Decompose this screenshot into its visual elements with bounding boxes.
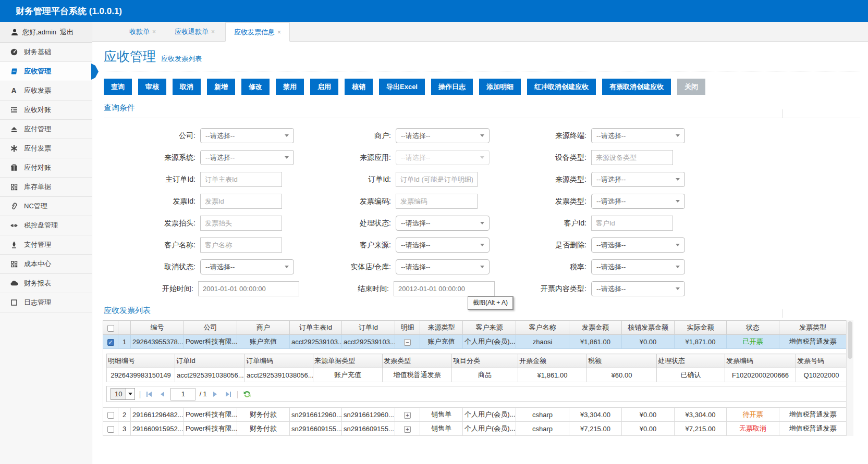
row-checkbox[interactable] [107, 426, 114, 433]
merchant-select[interactable]: --请选择-- [396, 128, 490, 143]
sidebar-item-nc-mgmt[interactable]: NC管理 [0, 197, 92, 216]
prev-page-button[interactable] [157, 390, 167, 399]
device-type-input[interactable] [591, 150, 673, 165]
cancel-button[interactable]: 取消 [173, 79, 201, 95]
red-cancel-create-button[interactable]: 红冲取消创建应收 [527, 79, 596, 95]
tab-receivable-invoice-info[interactable]: 应收发票信息 × [225, 22, 290, 42]
sidebar-item-label: 财务基础 [24, 47, 51, 57]
sidebar-item-label: 库存单据 [24, 182, 51, 192]
field-label: 开票内容类型: [495, 284, 591, 294]
sidebar-item-log-mgmt[interactable]: 日志管理 [0, 293, 92, 312]
row-checkbox[interactable] [107, 412, 114, 419]
close-button[interactable]: 关闭 [677, 79, 705, 95]
sidebar-item-label: 支付管理 [24, 240, 51, 249]
table-row[interactable]: 1 292643955378... Power科技有限... 账户充值 acct… [103, 335, 847, 349]
col-invoice-amount: 发票金额 [569, 321, 622, 335]
chevron-down-icon [285, 266, 289, 268]
close-tab-icon[interactable]: × [277, 29, 281, 36]
sidebar-item-payable-reconcile[interactable]: 应付对账 [0, 158, 92, 178]
invoice-content-type-select[interactable]: --请选择-- [591, 281, 685, 296]
invoice-title-input[interactable] [200, 216, 282, 231]
writeoff-button[interactable]: 核销 [345, 79, 373, 95]
tab-receipt[interactable]: 收款单 × [121, 22, 164, 41]
enable-button[interactable]: 启用 [310, 79, 338, 95]
invoiced-cancel-create-button[interactable]: 有票取消创建应收 [602, 79, 671, 95]
row-checkbox[interactable] [107, 339, 114, 346]
last-page-button[interactable] [224, 390, 233, 399]
store-warehouse-select[interactable]: --请选择-- [396, 259, 490, 274]
chevron-down-icon [480, 266, 484, 268]
status-badge: 待开票 [727, 408, 779, 422]
detail-pagination: 10 | / 1 | [106, 386, 847, 402]
modify-button[interactable]: 修改 [241, 79, 270, 95]
divider: | [139, 390, 141, 398]
process-status-select[interactable]: --请选择-- [396, 216, 490, 231]
expand-detail-icon[interactable]: + [404, 412, 411, 419]
field-label: 主订单Id: [104, 175, 200, 184]
company-select[interactable]: --请选择-- [200, 128, 294, 143]
invoice-id-input[interactable] [200, 194, 282, 209]
sidebar-item-label: NC管理 [24, 202, 47, 211]
table-row[interactable]: 2 291661296482... Power科技有限... 财务付款 sn29… [103, 408, 847, 422]
query-button[interactable]: 查询 [104, 79, 132, 95]
invoice-code-input[interactable] [396, 194, 478, 209]
close-tab-icon[interactable]: × [152, 28, 156, 35]
end-time-input[interactable] [394, 281, 495, 296]
sidebar-item-payable-invoice[interactable]: 应付发票 [0, 139, 92, 158]
customer-source-select[interactable]: --请选择-- [396, 237, 490, 253]
page-number-input[interactable] [170, 388, 195, 400]
add-detail-button[interactable]: 添加明细 [479, 79, 521, 95]
chevron-down-icon [676, 178, 680, 181]
sidebar-item-cost-center[interactable]: 成本中心 [0, 255, 92, 274]
sidebar-item-receivable-mgmt[interactable]: 应收管理 [0, 62, 92, 81]
operation-log-button[interactable]: 操作日志 [431, 79, 473, 95]
refresh-icon[interactable] [242, 390, 252, 399]
scrollbar-thumb[interactable] [848, 321, 852, 359]
expand-detail-icon[interactable]: + [404, 426, 411, 433]
customer-name-input[interactable] [200, 237, 282, 253]
indent-list-icon [9, 106, 18, 115]
table-row[interactable]: 3 291660915952... Power科技有限... 财务付款 sn29… [103, 422, 847, 436]
customer-id-input[interactable] [591, 216, 673, 231]
audit-button[interactable]: 审核 [138, 79, 166, 95]
sidebar-item-label: 财务报表 [24, 279, 51, 288]
tax-rate-select[interactable]: --请选择-- [591, 259, 685, 274]
add-button[interactable]: 新增 [207, 79, 235, 95]
collapse-detail-icon[interactable]: − [404, 339, 411, 346]
is-deleted-select[interactable]: --请选择-- [591, 237, 685, 253]
sidebar-item-inventory-docs[interactable]: 库存单据 [0, 178, 92, 197]
start-time-input[interactable] [198, 281, 299, 296]
logout-link[interactable]: 退出 [60, 28, 74, 37]
sidebar-item-receivable-invoice[interactable]: A 应收发票 [0, 81, 92, 101]
next-page-button[interactable] [211, 390, 220, 399]
col-status: 状态 [727, 321, 779, 335]
sidebar-item-finance-report[interactable]: 财务报表 [0, 274, 92, 293]
source-system-select[interactable]: --请选择-- [200, 150, 294, 165]
source-terminal-select[interactable]: --请选择-- [591, 128, 685, 143]
export-excel-button[interactable]: 导出Excel [379, 79, 425, 95]
close-tab-icon[interactable]: × [211, 28, 215, 35]
first-page-button[interactable] [144, 390, 154, 399]
letter-a-icon: A [9, 86, 18, 95]
sidebar-item-finance-basic[interactable]: 财务基础 [0, 43, 92, 62]
sidebar-item-payment-mgmt[interactable]: 支付管理 [0, 235, 92, 255]
col-detail: 明细 [395, 321, 420, 335]
sidebar-item-receivable-reconcile[interactable]: 应收对账 [0, 101, 92, 120]
disable-button[interactable]: 禁用 [276, 79, 304, 95]
tab-receivable-refund[interactable]: 应收退款单 × [166, 22, 223, 41]
invoice-type-select[interactable]: --请选择-- [591, 194, 685, 209]
order-id-input[interactable] [396, 172, 478, 187]
grid-vertical-scrollbar[interactable] [846, 320, 853, 436]
cancel-status-select[interactable]: --请选择-- [200, 259, 294, 274]
source-type-select[interactable]: --请选择-- [591, 172, 685, 187]
chevron-down-icon [676, 134, 680, 137]
page-size-select[interactable]: 10 [111, 388, 135, 400]
dashboard-icon [9, 48, 18, 57]
sidebar-item-tax-disk-mgmt[interactable]: 税控盘管理 [0, 216, 92, 235]
detail-data-row[interactable]: 2926439983150149 acct2925391038056... ac… [107, 368, 847, 382]
sidebar-item-payable-mgmt[interactable]: 应付管理 [0, 120, 92, 139]
sidebar-item-label: 应付发票 [24, 144, 51, 153]
field-label: 来源应用: [299, 153, 396, 162]
main-order-id-input[interactable] [200, 172, 282, 187]
select-all-checkbox[interactable] [107, 325, 114, 332]
